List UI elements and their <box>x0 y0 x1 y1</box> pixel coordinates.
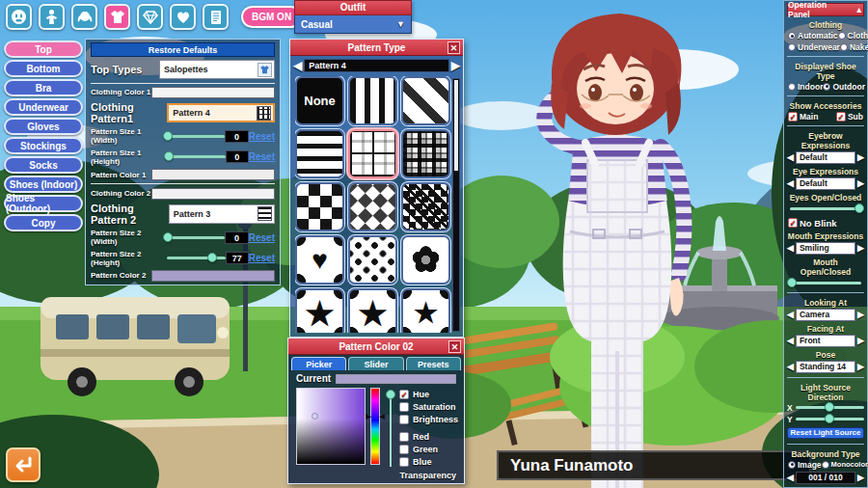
clothes-tab-button[interactable] <box>104 4 130 30</box>
facing-prev-arrow[interactable]: ◀ <box>787 336 794 345</box>
body-tab-button[interactable] <box>39 4 65 30</box>
looking-next-arrow[interactable]: ▶ <box>857 310 864 319</box>
looking-at-dropdown[interactable]: Camera <box>796 309 855 321</box>
pattern-prev-arrow[interactable]: ◀ <box>293 60 302 71</box>
saturation-brightness-picker[interactable] <box>296 388 366 465</box>
pattern-tile-dots[interactable] <box>348 235 397 285</box>
pose-dropdown[interactable]: Standing 14 <box>796 361 855 373</box>
pose-prev-arrow[interactable]: ◀ <box>787 362 794 371</box>
transparency-slider[interactable] <box>385 388 394 469</box>
favorites-tab-button[interactable] <box>170 4 196 30</box>
channel-green[interactable]: ✓ Green <box>399 445 458 454</box>
pose-next-arrow[interactable]: ▶ <box>857 362 864 371</box>
reset-light-source-button[interactable]: Reset Light Source <box>787 427 864 440</box>
eye-dropdown[interactable]: Default <box>796 177 855 190</box>
channel-red[interactable]: ✓ Red <box>399 432 458 442</box>
channel-brightness[interactable]: ✓ Brightness <box>399 415 458 424</box>
pattern-size-2-height-reset[interactable]: Reset <box>249 253 275 263</box>
sidebar-item-shoes-outdoor[interactable]: Shoes (Outdoor) <box>4 195 83 212</box>
restore-defaults-button[interactable]: Restore Defaults <box>91 42 275 57</box>
pattern-size-1-height-slider[interactable] <box>167 155 226 158</box>
mouth-prev-arrow[interactable]: ◀ <box>787 243 794 253</box>
channel-hue[interactable]: ✓ Hue <box>399 390 458 399</box>
cards-tab-button[interactable] <box>203 4 229 30</box>
clothing-color-1-swatch[interactable] <box>151 87 275 98</box>
facing-at-dropdown[interactable]: Front <box>796 335 855 347</box>
pattern-tile-heart[interactable]: ♥ <box>295 235 344 285</box>
clothing-pattern-2-dropdown[interactable]: Pattern 3 <box>169 204 275 224</box>
pattern-size-1-width-reset[interactable]: Reset <box>249 131 275 142</box>
facing-next-arrow[interactable]: ▶ <box>857 336 864 345</box>
radio-underwear[interactable]: Underwear <box>788 42 840 52</box>
radio-bg-image[interactable]: Image <box>788 460 822 470</box>
pattern-tile-horizontal-stripes[interactable] <box>295 129 344 178</box>
sidebar-item-shoes-indoor[interactable]: Shoes (Indoor) <box>4 176 83 193</box>
checkbox-sub[interactable]: ✓Sub <box>836 112 863 122</box>
top-types-dropdown[interactable]: Salopettes <box>159 60 275 79</box>
tab-presets[interactable]: Presets <box>406 357 461 370</box>
pattern-grid-scrollbar[interactable] <box>452 78 460 332</box>
pattern-color-1-swatch[interactable] <box>151 169 275 180</box>
sidebar-item-socks[interactable]: Socks <box>4 156 83 174</box>
pattern-size-1-width-slider[interactable] <box>165 135 225 138</box>
pattern-tile-none[interactable]: None <box>295 76 344 125</box>
sidebar-item-bra[interactable]: Bra <box>4 79 83 96</box>
pattern-tile-vertical-stripes[interactable] <box>348 76 397 125</box>
mouth-open-slider[interactable] <box>790 282 861 285</box>
pattern-tile-tartan[interactable] <box>401 129 450 178</box>
radio-naked[interactable]: Naked <box>840 42 868 52</box>
looking-prev-arrow[interactable]: ◀ <box>787 310 794 319</box>
eye-prev-arrow[interactable]: ◀ <box>787 178 794 188</box>
sidebar-item-gloves[interactable]: Gloves <box>4 118 83 135</box>
sidebar-item-copy[interactable]: Copy <box>4 214 83 231</box>
exit-button[interactable] <box>6 447 41 482</box>
sidebar-item-bottom[interactable]: Bottom <box>4 60 83 77</box>
pattern-tile-star-2[interactable]: ★ <box>348 288 397 333</box>
transparency-knob[interactable] <box>386 390 395 399</box>
bg-next-arrow[interactable]: ▶ <box>857 473 864 482</box>
bg-prev-arrow[interactable]: ◀ <box>787 473 794 482</box>
pattern-tile-star-1[interactable]: ★ <box>295 288 344 333</box>
radio-bg-monocolor[interactable]: Monocolor <box>822 460 868 470</box>
eyebrow-prev-arrow[interactable]: ◀ <box>787 152 794 162</box>
pattern-tile-plaid-selected[interactable] <box>348 129 397 178</box>
sidebar-item-stockings[interactable]: Stockings <box>4 137 83 154</box>
hair-tab-button[interactable] <box>71 4 97 30</box>
pattern-tile-diagonal-stripes[interactable] <box>401 76 450 125</box>
eyebrow-next-arrow[interactable]: ▶ <box>857 152 864 162</box>
radio-automatic[interactable]: Automatic <box>788 31 838 41</box>
pattern-next-arrow[interactable]: ▶ <box>451 60 460 71</box>
radio-clothed[interactable]: Clothed <box>838 31 868 41</box>
pattern-color-2-swatch[interactable] <box>151 270 275 282</box>
outfit-dropdown[interactable]: Casual ▼ <box>294 15 412 34</box>
pattern-tile-checkerboard[interactable] <box>295 182 344 231</box>
pattern-size-2-height-slider[interactable] <box>167 257 226 259</box>
radio-outdoor[interactable]: Outdoor <box>823 82 865 92</box>
eye-next-arrow[interactable]: ▶ <box>857 178 864 188</box>
hue-strip[interactable]: ▶ ◀ <box>370 388 380 465</box>
mouth-next-arrow[interactable]: ▶ <box>857 243 864 253</box>
close-icon[interactable]: ✕ <box>448 340 461 353</box>
no-blink-checkbox[interactable]: ✓No Blink <box>788 218 837 229</box>
mouth-dropdown[interactable]: Smiling <box>796 242 855 255</box>
face-tab-button[interactable] <box>6 4 32 30</box>
light-x-slider[interactable] <box>796 406 864 409</box>
eyebrow-dropdown[interactable]: Default <box>796 151 855 164</box>
channel-blue[interactable]: ✓ Blue <box>399 457 458 467</box>
tab-slider[interactable]: Slider <box>348 357 403 370</box>
channel-saturation[interactable]: ✓ Saturation <box>399 402 458 412</box>
accessories-tab-button[interactable] <box>137 4 163 30</box>
clothing-pattern-1-dropdown[interactable]: Pattern 4 <box>167 103 275 122</box>
bgm-toggle-button[interactable]: BGM ON <box>241 6 302 28</box>
radio-indoor[interactable]: Indoor <box>788 82 823 92</box>
checkbox-main[interactable]: ✓Main <box>788 112 818 122</box>
eyes-open-slider[interactable] <box>790 207 861 210</box>
tab-picker[interactable]: Picker <box>291 357 346 370</box>
clothing-color-2-swatch[interactable] <box>151 188 275 200</box>
pattern-tile-diamonds[interactable] <box>348 182 397 231</box>
pattern-size-1-height-reset[interactable]: Reset <box>249 151 275 162</box>
pattern-size-2-width-slider[interactable] <box>165 236 225 239</box>
operation-panel-header[interactable]: Operation Panel ▲ <box>787 3 864 16</box>
light-y-slider[interactable] <box>796 418 864 420</box>
close-icon[interactable]: ✕ <box>448 41 460 54</box>
